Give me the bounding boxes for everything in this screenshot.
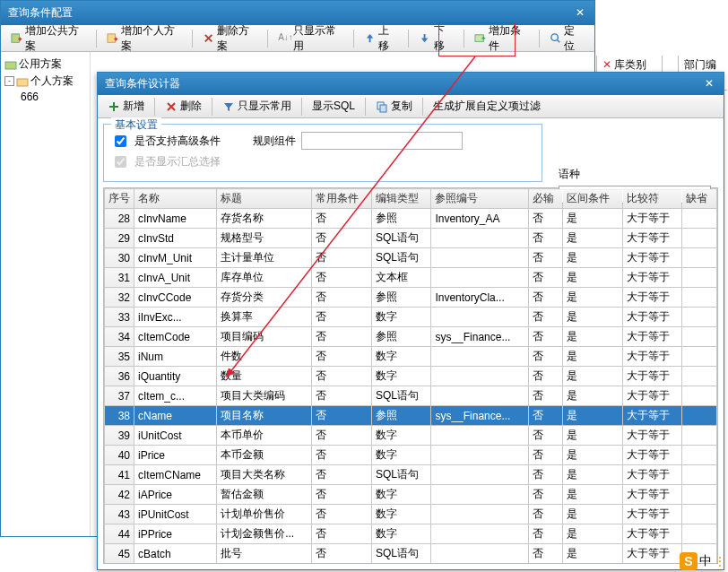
cell[interactable] [682,367,717,386]
cell[interactable] [431,426,529,446]
cell[interactable]: 否 [528,386,563,406]
cell[interactable]: 参照 [371,406,431,426]
cell[interactable]: 大于等于 [622,268,682,288]
col-header[interactable]: 比较符 [622,189,682,209]
cell[interactable]: 是 [563,229,623,248]
cell[interactable]: 主计量单位 [217,248,312,268]
cell[interactable]: sys__Finance... [431,327,529,347]
tree-public-plan[interactable]: 公用方案 [4,56,86,73]
cell[interactable]: cInvCCode [134,288,217,308]
col-header[interactable]: 常用条件 [312,189,372,209]
move-up-button[interactable]: 上移 [358,28,405,49]
cell[interactable]: 否 [528,426,563,446]
cell[interactable]: 大于等于 [622,505,682,524]
cell[interactable]: 大于等于 [622,367,682,386]
adv-condition-checkbox[interactable] [115,135,126,147]
cell[interactable]: 否 [312,209,372,229]
cell[interactable] [682,288,717,308]
cell[interactable]: 是 [563,288,623,308]
cell[interactable]: 大于等于 [622,327,682,347]
table-row[interactable]: 44iPPrice计划金额售价...否数字否是大于等于 [105,524,717,544]
cell[interactable]: 否 [312,446,372,465]
cell[interactable]: 数字 [371,564,431,565]
col-header[interactable]: 编辑类型 [371,189,431,209]
cell[interactable] [682,308,717,327]
cell[interactable] [682,406,717,426]
cell[interactable]: 是 [563,386,623,406]
cell[interactable]: 否 [528,406,563,426]
cell[interactable]: 大于等于 [622,544,682,564]
table-row[interactable]: 43iPUnitCost计划单价售价否数字否是大于等于 [105,505,717,524]
cell[interactable]: 否 [312,485,372,505]
cell[interactable]: cName [134,406,217,426]
cell[interactable]: 文本框 [371,268,431,288]
add-button[interactable]: 新增 [101,96,151,117]
gen-ext-filter-button[interactable]: 生成扩展自定义项过滤 [427,96,547,117]
col-header[interactable]: 名称 [134,189,217,209]
cell[interactable]: 数字 [371,308,431,327]
cell[interactable] [431,268,529,288]
table-row[interactable]: 35iNum件数否数字否是大于等于 [105,347,717,367]
cell[interactable]: 数字 [371,446,431,465]
cell[interactable] [431,229,529,248]
cell[interactable]: 是 [563,367,623,386]
cell[interactable]: iQuantity [134,367,217,386]
cell[interactable]: iPUnitCost [134,505,217,524]
cell[interactable]: 是 [563,248,623,268]
add-personal-plan-button[interactable]: 增加个人方案 [100,28,188,49]
cell[interactable]: cVouchCode [134,564,217,565]
cell[interactable]: 参照 [371,209,431,229]
cell[interactable]: 否 [528,465,563,485]
cell[interactable]: cInvA_Unit [134,268,217,288]
table-row[interactable]: 31cInvA_Unit库存单位否文本框否是大于等于 [105,268,717,288]
cell[interactable]: 否 [528,347,563,367]
cell[interactable]: 是 [563,524,623,544]
cell[interactable] [431,367,529,386]
cell[interactable]: 对应入库单id [217,564,312,565]
cell[interactable] [431,465,529,485]
cell[interactable]: 41 [105,465,134,485]
cell[interactable]: 否 [528,564,563,565]
cell[interactable]: 计划单价售价 [217,505,312,524]
cell[interactable]: 否 [528,505,563,524]
cell[interactable]: sys__Finance... [431,406,529,426]
table-row[interactable]: 36iQuantity数量否数字否是大于等于 [105,367,717,386]
cell[interactable]: 是 [563,308,623,327]
cell[interactable]: 33 [105,308,134,327]
table-row[interactable]: 32cInvCCode存货分类否参照InventoryCla...否是大于等于 [105,288,717,308]
cell[interactable]: 42 [105,485,134,505]
table-row[interactable]: 45cBatch批号否SQL语句否是大于等于 [105,544,717,564]
cell[interactable]: 否 [312,465,372,485]
cell[interactable]: 29 [105,229,134,248]
cell[interactable]: 否 [528,524,563,544]
ime-badge[interactable]: S 中 ⋮ [680,552,726,570]
cell[interactable]: 否 [528,248,563,268]
cell[interactable]: 46 [105,564,134,565]
cell[interactable]: 否 [312,308,372,327]
cell[interactable]: 否 [312,268,372,288]
move-down-button[interactable]: 下移 [412,28,460,49]
cell[interactable]: 37 [105,386,134,406]
cell[interactable]: 44 [105,524,134,544]
cell[interactable]: 30 [105,248,134,268]
cell[interactable]: 数字 [371,505,431,524]
cell[interactable]: 是 [563,406,623,426]
col-header[interactable]: 标题 [217,189,312,209]
cell[interactable]: 件数 [217,347,312,367]
cell[interactable]: iAPrice [134,485,217,505]
cell[interactable]: 否 [528,485,563,505]
cell[interactable] [682,524,717,544]
conditions-grid[interactable]: 序号名称标题常用条件编辑类型参照编号必输区间条件比较符缺省 28cInvName… [103,187,718,564]
col-header[interactable]: 参照编号 [431,189,529,209]
cell[interactable]: SQL语句 [371,229,431,248]
cell[interactable]: 32 [105,288,134,308]
cell[interactable]: 数字 [371,485,431,505]
close-icon[interactable]: ✕ [573,6,587,21]
cell[interactable]: 40 [105,446,134,465]
cell[interactable] [682,347,717,367]
cell[interactable]: 否 [528,367,563,386]
locate-button[interactable]: 定位 [543,28,591,49]
cell[interactable] [682,248,717,268]
cell[interactable]: cItemCode [134,327,217,347]
cell[interactable]: 39 [105,426,134,446]
